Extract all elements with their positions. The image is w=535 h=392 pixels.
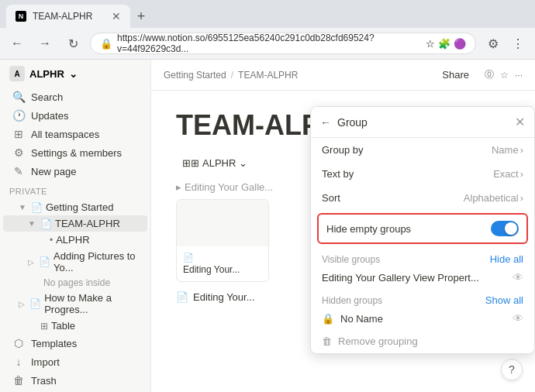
tree-label: Getting Started — [46, 201, 113, 213]
active-tab[interactable]: N TEAM-ALPHR ✕ — [6, 5, 130, 28]
table-icon: ⊞ — [40, 321, 48, 332]
tree-item-getting-started[interactable]: ▼ 📄 Getting Started — [3, 199, 147, 215]
chevron-right-icon: ▷ — [19, 300, 26, 308]
help-button[interactable]: ? — [501, 359, 523, 380]
address-bar: ← → ↻ 🔒 https://www.notion.so/6955125ea5… — [0, 28, 535, 59]
remove-grouping-button[interactable]: 🗑 Remove grouping — [311, 329, 534, 353]
panel-close-button[interactable]: ✕ — [515, 115, 525, 129]
visible-groups-header: Visible groups Hide all — [311, 247, 534, 266]
dot-icon: • — [50, 235, 53, 246]
panel-row-text-by[interactable]: Text by Exact › — [311, 162, 534, 186]
breadcrumb-team-alphr[interactable]: TEAM-ALPHR — [238, 70, 298, 81]
sidebar-item-teamspaces[interactable]: ⊞ All teamspaces — [3, 125, 147, 143]
remove-grouping-icon: 🗑 — [322, 335, 332, 347]
back-button[interactable]: ← — [6, 33, 28, 54]
tree-label: Table — [51, 320, 75, 332]
gallery-section-name: Editing Your Galle... — [185, 181, 273, 193]
header-more-icon[interactable]: ··· — [515, 70, 523, 81]
sidebar-item-updates[interactable]: 🕐 Updates — [3, 106, 147, 125]
tab-close-button[interactable]: ✕ — [112, 10, 121, 22]
card-body: 📄 Editing Your... — [177, 246, 268, 281]
sort-arrow: › — [520, 192, 523, 204]
card-image — [177, 200, 268, 246]
page-icon: 📄 — [39, 256, 50, 267]
tree-label: ALPHR — [56, 234, 89, 246]
sidebar-item-trash[interactable]: 🗑 Trash — [3, 371, 147, 390]
hidden-groups-label: Hidden groups — [322, 295, 382, 306]
group-by-value: Name › — [492, 144, 523, 156]
text-by-label: Text by — [322, 168, 493, 180]
breadcrumb-getting-started[interactable]: Getting Started — [164, 70, 226, 81]
sidebar-item-settings[interactable]: ⚙ Settings & members — [3, 143, 147, 162]
chevron-right-icon: ▷ — [28, 258, 36, 266]
share-button[interactable]: Share — [433, 66, 478, 84]
tree-item-adding-pictures[interactable]: ▷ 📄 Adding Pictures to Yo... — [3, 248, 147, 276]
eye-icon[interactable]: 👁 — [513, 271, 523, 284]
panel-row-sort[interactable]: Sort Alphabetical › — [311, 186, 534, 210]
tree-label: TEAM-ALPHR — [55, 218, 120, 229]
workspace-chevron: ⌄ — [69, 68, 78, 80]
browser-chrome: N TEAM-ALPHR ✕ + ← → ↻ 🔒 https://www.not… — [0, 0, 535, 60]
group-by-name: Name — [492, 144, 519, 156]
header-star-icon[interactable]: ☆ — [500, 70, 509, 81]
panel-row-group-by[interactable]: Group by Name › — [311, 138, 534, 162]
newpage-icon: ✎ — [12, 165, 25, 177]
workspace-avatar: A — [9, 66, 25, 81]
url-bar[interactable]: 🔒 https://www.notion.so/6955125ea56240c2… — [90, 33, 476, 54]
refresh-button[interactable]: ↻ — [62, 33, 84, 54]
search-label: Search — [31, 91, 63, 103]
gallery-chevron-icon[interactable]: ▸ — [176, 181, 181, 193]
tree-item-alphr[interactable]: • ALPHR — [3, 232, 147, 248]
tab-label: TEAM-ALPHR — [33, 11, 92, 22]
visible-group-name: Editing Your Gallery View Propert... — [322, 272, 479, 284]
tree-item-table[interactable]: ⊞ Table — [3, 318, 147, 334]
hidden-groups-header: Hidden groups Show all — [311, 288, 534, 308]
workspace-name: ALPHR — [29, 68, 64, 80]
forward-button[interactable]: → — [34, 33, 56, 54]
text-by-name: Exact — [493, 168, 519, 180]
updates-label: Updates — [31, 110, 68, 122]
templates-label: Templates — [31, 338, 77, 349]
sort-value: Alphabetical › — [464, 192, 523, 204]
templates-icon: ⬡ — [12, 337, 25, 349]
gallery-card[interactable]: 📄 Editing Your... — [176, 199, 269, 282]
gallery-icon: ⊞⊞ — [182, 157, 199, 169]
teamspaces-label: All teamspaces — [31, 129, 99, 140]
panel-header: ← Group ✕ — [311, 107, 534, 138]
extensions-button[interactable]: ⚙ — [482, 33, 504, 54]
sidebar-item-search[interactable]: 🔍 Search — [3, 88, 147, 106]
hidden-group-item[interactable]: 🔒 No Name 👁 — [311, 308, 534, 329]
header-help-icon[interactable]: ⓪ — [485, 68, 494, 81]
import-label: Import — [31, 356, 60, 368]
db-source-selector[interactable]: ⊞⊞ ALPHR ⌄ — [176, 154, 254, 172]
group-by-label: Group by — [322, 144, 492, 156]
profile-icon[interactable]: 🟣 — [454, 38, 466, 50]
hidden-eye-icon[interactable]: 👁 — [513, 312, 523, 325]
panel-row-hide-empty[interactable]: Hide empty groups — [317, 213, 528, 244]
tree-item-team-alphr[interactable]: ▼ 📄 TEAM-ALPHR — [3, 215, 147, 232]
hide-all-button[interactable]: Hide all — [490, 253, 523, 265]
hide-empty-toggle[interactable] — [491, 221, 519, 236]
db-source-chevron: ⌄ — [239, 157, 247, 169]
card-title: Editing Your... — [183, 264, 262, 275]
visible-groups-label: Visible groups — [322, 254, 380, 265]
workspace-selector[interactable]: A ALPHR ⌄ — [0, 60, 150, 88]
extension-icon[interactable]: 🧩 — [438, 38, 450, 50]
url-icons: ☆ 🧩 🟣 — [426, 38, 466, 50]
app-layout: A ALPHR ⌄ 🔍 Search 🕐 Updates ⊞ All teams… — [0, 60, 535, 392]
tree-label: Adding Pictures to Yo... — [54, 250, 141, 273]
show-all-button[interactable]: Show all — [485, 294, 523, 306]
sidebar-item-templates[interactable]: ⬡ Templates — [3, 334, 147, 352]
panel-back-button[interactable]: ← — [320, 116, 331, 129]
visible-group-item[interactable]: Editing Your Gallery View Propert... 👁 — [311, 266, 534, 288]
tree-label: How to Make a Progres... — [44, 292, 141, 315]
tree-item-progress[interactable]: ▷ 📄 How to Make a Progres... — [3, 290, 147, 318]
more-button[interactable]: ⋮ — [507, 33, 529, 54]
sidebar-item-newpage[interactable]: ✎ New page — [3, 162, 147, 181]
new-tab-button[interactable]: + — [130, 5, 152, 27]
sidebar-item-import[interactable]: ↓ Import — [3, 352, 147, 371]
newpage-label: New page — [31, 166, 77, 177]
bookmark-icon[interactable]: ☆ — [426, 38, 435, 50]
editing-link-icon: 📄 — [176, 291, 188, 303]
chevron-down-icon: ▼ — [28, 219, 37, 228]
